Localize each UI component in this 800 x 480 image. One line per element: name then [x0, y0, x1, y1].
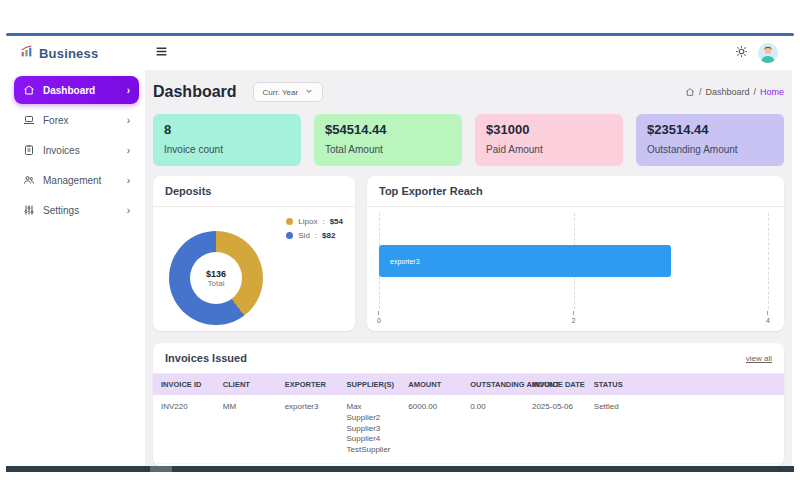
app-window: Business	[8, 36, 792, 466]
sidebar-item-label: Dashboard	[43, 85, 95, 96]
sidebar-item-invoices[interactable]: Invoices ›	[14, 136, 139, 164]
menu-toggle-button[interactable]	[155, 45, 168, 61]
hamburger-icon	[155, 45, 168, 61]
invoices-issued-panel: Invoices Issued view all INVOICE ID	[153, 343, 784, 466]
x-tick: 0	[377, 311, 381, 324]
sidebar-item-label: Settings	[43, 205, 79, 216]
stat-label: Outstanding Amount	[647, 144, 773, 155]
col-outstanding-amount[interactable]: OUTSTANDING AMOUNT	[462, 374, 524, 395]
page-header: Dashboard Curr. Year / Dashboard /	[153, 78, 784, 106]
legend-value: $54	[330, 217, 343, 226]
theme-toggle-button[interactable]	[735, 45, 748, 61]
home-icon[interactable]	[685, 87, 695, 97]
brand-name: Business	[39, 46, 98, 61]
gridline	[768, 213, 769, 309]
chevron-right-icon: ›	[127, 85, 130, 96]
col-invoice-id[interactable]: INVOICE ID	[153, 374, 215, 395]
stat-card-invoice-count: 8 Invoice count	[153, 114, 301, 166]
tick-mark	[379, 311, 380, 315]
page-title: Dashboard	[153, 83, 237, 101]
donut-center: $136 Total	[190, 252, 242, 304]
charts-row: Deposits Lipox : $54	[153, 176, 784, 331]
screenshot-page: Business	[0, 0, 800, 480]
chart-increasing-icon	[20, 44, 33, 62]
stat-card-total-amount: $54514.44 Total Amount	[314, 114, 462, 166]
deposits-panel-header: Deposits	[153, 176, 355, 207]
deposits-panel: Deposits Lipox : $54	[153, 176, 355, 331]
top-exporter-reach-panel: Top Exporter Reach exporter3	[367, 176, 784, 331]
donut-total-label: Total	[208, 279, 225, 288]
col-status[interactable]: STATUS	[586, 374, 784, 395]
laptop-icon	[23, 114, 35, 126]
tick-mark	[768, 311, 769, 315]
donut-total-value: $136	[206, 269, 226, 279]
stat-label: Invoice count	[164, 144, 290, 155]
legend-item-sid: Sid : $82	[286, 231, 343, 240]
deposits-title: Deposits	[165, 185, 211, 197]
topbar: Business	[8, 36, 792, 70]
col-invoice-date[interactable]: INVOICE DATE	[524, 374, 586, 395]
exporter-title: Top Exporter Reach	[379, 185, 483, 197]
legend-name: Sid	[298, 231, 310, 240]
stat-value: $23514.44	[647, 122, 773, 137]
invoices-panel-header: Invoices Issued view all	[153, 343, 784, 374]
sidebar-item-label: Forex	[43, 115, 69, 126]
legend-dot-blue	[286, 232, 293, 239]
chevron-right-icon: ›	[127, 115, 130, 126]
users-icon	[23, 174, 35, 186]
body-row: Dashboard › Forex › Invoices ›	[8, 70, 792, 466]
legend-sep: :	[322, 217, 324, 226]
exporter-bar-chart: exporter3 0 2 4	[379, 211, 768, 329]
sidebar-item-label: Management	[43, 175, 101, 186]
view-all-link[interactable]: view all	[746, 354, 772, 363]
breadcrumb-parent[interactable]: Dashboard	[705, 87, 749, 97]
stat-card-outstanding-amount: $23514.44 Outstanding Amount	[636, 114, 784, 166]
sidebar-item-label: Invoices	[43, 145, 80, 156]
sidebar-item-forex[interactable]: Forex ›	[14, 106, 139, 134]
sidebar-item-dashboard[interactable]: Dashboard ›	[14, 76, 139, 104]
col-amount[interactable]: AMOUNT	[400, 374, 462, 395]
invoices-title: Invoices Issued	[165, 352, 247, 364]
col-client[interactable]: CLIENT	[215, 374, 277, 395]
legend-value: $82	[322, 231, 335, 240]
topbar-actions	[735, 43, 792, 63]
sidebar-item-settings[interactable]: Settings ›	[14, 196, 139, 224]
bar-label: exporter3	[390, 258, 420, 265]
cell-client: MM	[215, 395, 277, 463]
cell-exporter: exporter3	[277, 395, 339, 463]
cell-status: Settled	[586, 395, 784, 463]
invoices-table: INVOICE ID CLIENT EXPORTER SUPPLIER(S) A…	[153, 374, 784, 466]
bar-exporter3[interactable]: exporter3	[379, 245, 671, 277]
col-exporter[interactable]: EXPORTER	[277, 374, 339, 395]
breadcrumb: / Dashboard / Home	[685, 87, 784, 97]
chevron-down-icon	[305, 87, 313, 97]
deposits-chart: Lipox : $54 Sid : $82	[153, 207, 355, 331]
sidebar: Dashboard › Forex › Invoices ›	[8, 70, 145, 466]
sun-icon	[735, 45, 748, 61]
sidebar-item-management[interactable]: Management ›	[14, 166, 139, 194]
tick-mark	[573, 311, 574, 315]
legend-item-lipox: Lipox : $54	[286, 217, 343, 226]
user-avatar[interactable]	[758, 43, 778, 63]
home-icon	[23, 84, 35, 96]
cell-invoice-date: 2025-05-06	[524, 395, 586, 463]
stat-value: 8	[164, 122, 290, 137]
taskbar	[6, 466, 794, 472]
x-axis: 0 2 4	[379, 311, 768, 329]
x-tick: 4	[766, 311, 770, 324]
main-content: Dashboard Curr. Year / Dashboard /	[145, 70, 792, 466]
brand[interactable]: Business	[8, 44, 145, 62]
cell-suppliers: Max Supplier2 Supplier3 Supplier4 TestSu…	[338, 395, 400, 463]
period-selector-value: Curr. Year	[263, 88, 299, 97]
exporter-panel-header: Top Exporter Reach	[367, 176, 784, 207]
breadcrumb-current[interactable]: Home	[760, 87, 784, 97]
taskbar-segment	[150, 466, 172, 472]
chevron-right-icon: ›	[127, 205, 130, 216]
table-row[interactable]: INV220 MM exporter3 Max Supplier2 Suppli…	[153, 395, 784, 463]
donut-chart[interactable]: $136 Total	[169, 231, 263, 325]
breadcrumb-sep: /	[753, 87, 756, 97]
stat-value: $54514.44	[325, 122, 451, 137]
period-selector[interactable]: Curr. Year	[253, 82, 324, 102]
cell-outstanding: 0.00	[462, 395, 524, 463]
col-suppliers[interactable]: SUPPLIER(S)	[338, 374, 400, 395]
